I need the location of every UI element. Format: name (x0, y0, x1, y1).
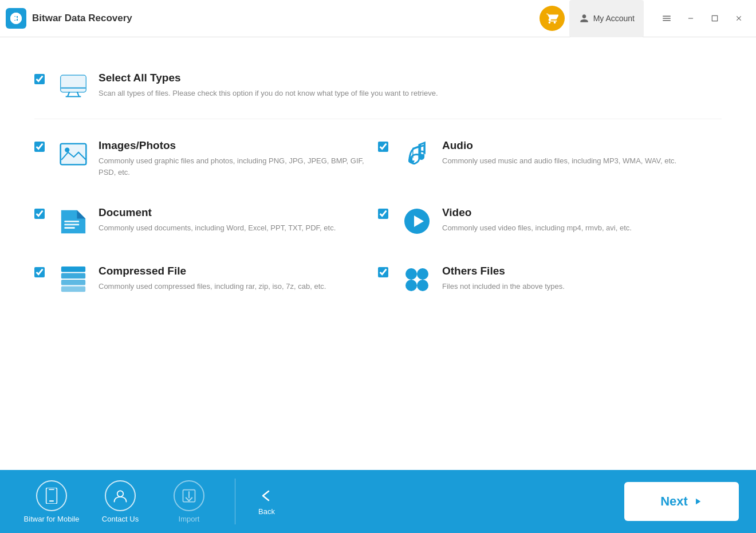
svg-rect-11 (64, 224, 79, 226)
svg-rect-12 (64, 227, 74, 229)
svg-line-5 (77, 92, 79, 96)
others-desc: Files not included in the above types. (442, 281, 710, 292)
my-account-button[interactable]: My Account (569, 0, 644, 37)
compressed-icon (58, 265, 88, 295)
minimize-button[interactable] (679, 7, 702, 30)
images-desc: Commonly used graphic files and photos, … (99, 155, 367, 178)
svg-rect-7 (61, 144, 86, 164)
document-checkbox[interactable] (34, 209, 45, 219)
svg-rect-15 (61, 266, 85, 272)
document-title: Document (99, 206, 367, 219)
select-all-text: Select All Types Scan all types of files… (99, 72, 722, 99)
mobile-button[interactable]: Bitwar for Mobile (17, 480, 86, 523)
svg-rect-10 (64, 221, 79, 222)
file-type-compressed: Compressed File Commonly used compressed… (34, 250, 378, 309)
titlebar-actions: My Account (540, 0, 750, 37)
bottom-bar: Bitwar for Mobile Contact Us Import Back (0, 470, 756, 533)
select-all-icon (58, 72, 88, 101)
images-checkbox[interactable] (34, 142, 45, 152)
select-all-desc: Scan all types of files. Please check th… (99, 88, 722, 99)
import-label: Import (179, 515, 200, 523)
compressed-title: Compressed File (99, 265, 367, 277)
file-type-video: Video Commonly used video files, includi… (378, 192, 722, 250)
back-button[interactable]: Back (247, 488, 286, 516)
window-controls (655, 7, 750, 30)
select-all-checkbox[interactable] (34, 74, 45, 84)
next-label: Next (660, 494, 688, 509)
bottom-divider (235, 479, 235, 524)
select-all-title: Select All Types (99, 72, 722, 84)
images-title: Images/Photos (99, 139, 367, 152)
back-label: Back (258, 507, 275, 516)
import-icon (174, 480, 204, 511)
my-account-label: My Account (593, 14, 635, 23)
maximize-button[interactable] (703, 7, 726, 30)
app-title: Bitwar Data Recovery (32, 13, 540, 24)
video-checkbox[interactable] (378, 209, 388, 219)
contact-label: Contact Us (102, 515, 139, 523)
svg-line-4 (68, 92, 69, 96)
audio-checkbox[interactable] (378, 142, 388, 152)
file-type-document: Document Commonly used documents, includ… (34, 192, 378, 250)
audio-icon (402, 139, 432, 169)
document-desc: Commonly used documents, including Word,… (99, 222, 367, 234)
contact-button[interactable]: Contact Us (86, 480, 155, 523)
images-icon (58, 139, 88, 169)
document-icon (58, 206, 88, 236)
svg-point-26 (117, 491, 124, 497)
svg-rect-17 (61, 280, 85, 285)
video-icon (402, 206, 432, 236)
file-types-grid: Images/Photos Commonly used graphic file… (34, 125, 722, 309)
others-icon (402, 265, 432, 295)
svg-rect-18 (61, 287, 85, 292)
titlebar: Bitwar Data Recovery My Account (0, 0, 756, 37)
select-all-row: Select All Types Scan all types of files… (34, 60, 722, 119)
svg-rect-16 (61, 273, 85, 279)
mobile-icon (36, 480, 67, 511)
others-title: Others Files (442, 265, 710, 277)
video-title: Video (442, 206, 710, 219)
file-type-images: Images/Photos Commonly used graphic file… (34, 125, 378, 192)
file-type-others: Others Files Files not included in the a… (378, 250, 722, 309)
audio-desc: Commonly used music and audio files, inc… (442, 155, 710, 167)
file-type-audio: Audio Commonly used music and audio file… (378, 125, 722, 192)
video-desc: Commonly used video files, including mp4… (442, 222, 710, 234)
svg-point-20 (417, 268, 428, 280)
svg-point-22 (417, 280, 428, 291)
svg-rect-2 (61, 76, 85, 92)
app-logo (6, 8, 26, 29)
audio-title: Audio (442, 139, 710, 152)
menu-button[interactable] (655, 7, 678, 30)
next-button[interactable]: Next (624, 482, 739, 521)
main-content: Select All Types Scan all types of files… (0, 37, 756, 470)
svg-point-21 (405, 280, 417, 291)
cart-button[interactable] (540, 6, 565, 31)
svg-point-9 (65, 147, 69, 152)
mobile-label: Bitwar for Mobile (24, 515, 80, 523)
compressed-desc: Commonly used compressed files, includin… (99, 281, 367, 292)
import-button[interactable]: Import (155, 480, 223, 523)
svg-point-19 (405, 268, 417, 280)
compressed-checkbox[interactable] (34, 267, 45, 277)
close-button[interactable] (727, 7, 750, 30)
select-all-checkbox-wrap[interactable] (34, 74, 49, 89)
contact-icon (105, 480, 136, 511)
others-checkbox[interactable] (378, 267, 388, 277)
